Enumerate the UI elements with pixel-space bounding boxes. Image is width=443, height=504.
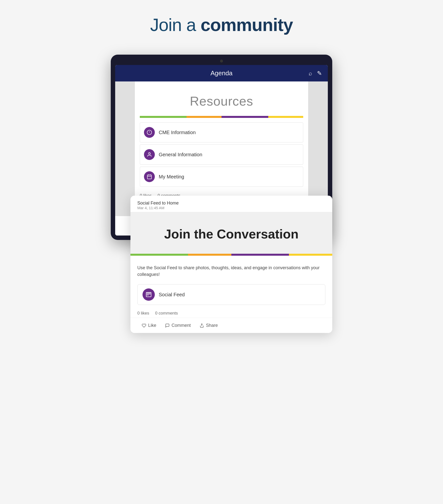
- float-card-subtitle: Mar 4, 11:45 AM: [137, 206, 325, 210]
- float-social-card: Social Feed to Home Mar 4, 11:45 AM Join…: [130, 196, 332, 333]
- menu-list: CME Information General Information: [135, 120, 308, 191]
- edit-icon[interactable]: ✎: [317, 70, 322, 77]
- sidebar-left: [115, 81, 135, 216]
- float-share-button[interactable]: Share: [195, 320, 222, 330]
- float-post-actions: Like Comment Share: [130, 318, 332, 333]
- headline-normal: Join a: [150, 15, 201, 35]
- general-icon-circle: [144, 149, 155, 160]
- float-color-bar: [130, 254, 332, 256]
- svg-point-3: [148, 153, 150, 154]
- float-card-header: Social Feed to Home Mar 4, 11:45 AM: [130, 196, 332, 212]
- headline-bold: community: [201, 15, 293, 35]
- app-title: Agenda: [210, 69, 233, 77]
- float-cb-green: [130, 254, 188, 256]
- menu-item-meeting[interactable]: My Meeting: [140, 167, 303, 187]
- general-label: General Information: [159, 152, 202, 158]
- color-bar-yellow: [268, 116, 303, 118]
- float-cb-purple: [231, 254, 289, 256]
- resources-header: Resources: [135, 81, 308, 113]
- page-wrapper: Join a community Agenda ⌕ ✎ Resources: [0, 15, 443, 333]
- color-bar-purple: [222, 116, 268, 118]
- float-likes-count: 0 likes: [137, 311, 149, 316]
- float-main-content: Join the Conversation: [130, 212, 332, 254]
- float-cb-orange: [188, 254, 231, 256]
- float-card-title: Social Feed to Home: [137, 200, 325, 206]
- float-main-title: Join the Conversation: [137, 227, 325, 241]
- meeting-icon-circle: [144, 171, 155, 182]
- color-bar-orange: [186, 116, 222, 118]
- menu-item-general[interactable]: General Information: [140, 144, 303, 165]
- search-icon[interactable]: ⌕: [309, 70, 312, 77]
- meeting-label: My Meeting: [159, 174, 184, 180]
- social-feed-label: Social Feed: [159, 292, 185, 298]
- menu-item-cme[interactable]: CME Information: [140, 122, 303, 143]
- app-header: Agenda ⌕ ✎: [115, 65, 328, 81]
- svg-rect-4: [148, 175, 152, 179]
- tablet-camera: [220, 60, 223, 63]
- page-headline: Join a community: [150, 15, 293, 35]
- float-like-button[interactable]: Like: [137, 320, 161, 330]
- color-bar: [140, 116, 303, 118]
- float-cb-yellow: [289, 254, 332, 256]
- float-comment-button[interactable]: Comment: [161, 320, 195, 330]
- cme-icon-circle: [144, 127, 155, 138]
- color-bar-green: [140, 116, 186, 118]
- social-feed-icon-circle: [143, 288, 155, 301]
- cme-label: CME Information: [159, 130, 196, 135]
- float-comments-count: 0 comments: [155, 311, 178, 316]
- float-post-stats: 0 likes 0 comments: [130, 309, 332, 318]
- social-feed-item[interactable]: Social Feed: [137, 284, 325, 305]
- header-icons: ⌕ ✎: [309, 70, 322, 77]
- resources-title: Resources: [142, 94, 301, 108]
- float-description: Use the Social Feed to share photos, tho…: [130, 261, 332, 282]
